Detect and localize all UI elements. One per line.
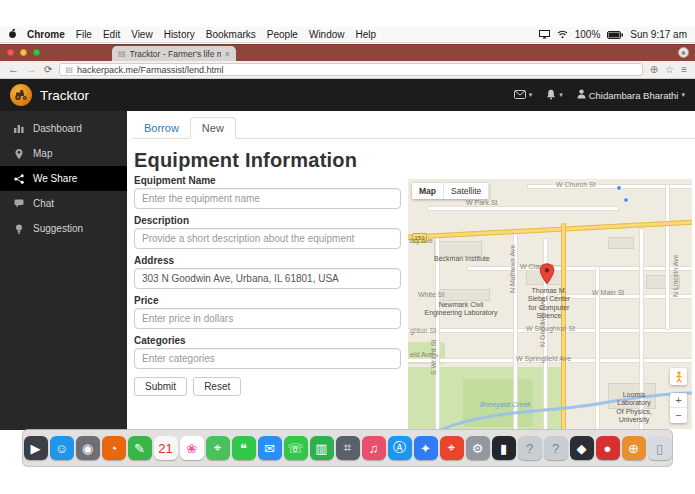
reset-button[interactable]: Reset bbox=[193, 377, 241, 396]
notifications-dropdown[interactable]: ▾ bbox=[546, 89, 563, 102]
brand-title[interactable]: Tracktor bbox=[40, 88, 89, 103]
menu-item[interactable]: Window bbox=[309, 29, 345, 40]
address-bar[interactable]: ▤ hackerpack.me/Farmassist/lend.html bbox=[59, 63, 642, 76]
back-button[interactable]: ← bbox=[8, 64, 19, 75]
menu-item[interactable]: File bbox=[76, 29, 92, 40]
itunes-icon[interactable]: ♫ bbox=[362, 436, 386, 460]
sidebar-item-chat[interactable]: Chat bbox=[0, 191, 127, 216]
zoom-out-button[interactable]: − bbox=[670, 408, 687, 423]
location-marker-icon[interactable] bbox=[539, 263, 555, 289]
poi-marker-icon[interactable] bbox=[616, 185, 622, 191]
missing-app-icon[interactable]: ? bbox=[544, 436, 568, 460]
form-group-categories: Categories bbox=[134, 335, 401, 369]
bookmark-star-icon[interactable]: ☆ bbox=[665, 64, 674, 75]
quicktime-icon[interactable]: ▶ bbox=[24, 436, 48, 460]
chrome-menu-icon[interactable]: ≡ bbox=[681, 64, 687, 75]
apple-icon[interactable] bbox=[8, 28, 17, 41]
facetime-icon[interactable]: ☏ bbox=[284, 436, 308, 460]
trash-icon[interactable]: ▯ bbox=[648, 436, 672, 460]
desktop: ChromeFileEditViewHistoryBookmarksPeople… bbox=[0, 0, 695, 494]
map-view-button[interactable]: Map bbox=[412, 183, 444, 199]
map-label: sity Ave bbox=[409, 237, 433, 245]
photos-icon[interactable]: ❀ bbox=[180, 436, 204, 460]
bell-icon bbox=[546, 89, 556, 102]
photo-booth-icon[interactable]: ◉ bbox=[76, 436, 100, 460]
battery-icon[interactable] bbox=[607, 31, 623, 39]
profile-avatar-icon[interactable]: ☻ bbox=[678, 47, 689, 58]
android-studio-icon[interactable]: ◆ bbox=[570, 436, 594, 460]
poi-marker-icon[interactable] bbox=[623, 197, 629, 203]
menu-item[interactable]: Bookmarks bbox=[206, 29, 256, 40]
google-map[interactable]: 150 W Church StW Park Stsity AveBeckman … bbox=[408, 179, 692, 429]
price-input[interactable] bbox=[134, 308, 401, 329]
field-label: Price bbox=[134, 295, 401, 306]
clock[interactable]: Sun 9:17 am bbox=[630, 29, 687, 40]
sidebar-item-we-share[interactable]: We Share bbox=[0, 166, 127, 191]
sidebar-item-label: Suggestion bbox=[33, 223, 83, 234]
sidebar-item-dashboard[interactable]: Dashboard bbox=[0, 116, 127, 141]
reload-button[interactable]: ⟳ bbox=[44, 64, 52, 75]
menu-item[interactable]: People bbox=[267, 29, 298, 40]
settings-icon[interactable]: ⚙ bbox=[466, 436, 490, 460]
satellite-view-button[interactable]: Satellite bbox=[444, 183, 489, 199]
messages-icon[interactable]: ❝ bbox=[232, 436, 256, 460]
zoom-window-button[interactable] bbox=[33, 49, 40, 56]
translate-icon[interactable]: ⊕ bbox=[650, 64, 658, 75]
menu-item[interactable]: Edit bbox=[103, 29, 120, 40]
close-window-button[interactable] bbox=[7, 49, 14, 56]
tab-close-icon[interactable]: × bbox=[225, 49, 230, 59]
app-store-icon[interactable]: Ⓐ bbox=[388, 436, 412, 460]
form-group-price: Price bbox=[134, 295, 401, 329]
safari-icon[interactable]: ✦ bbox=[414, 436, 438, 460]
bar-chart-icon bbox=[13, 124, 24, 133]
finder-icon[interactable]: ☺ bbox=[50, 436, 74, 460]
messages-dropdown[interactable]: ▾ bbox=[514, 90, 533, 101]
itunes-red-icon[interactable]: ● bbox=[596, 436, 620, 460]
numbers-icon[interactable]: ▥ bbox=[310, 436, 334, 460]
sidebar-item-map[interactable]: Map bbox=[0, 141, 127, 166]
battery-percent: 100% bbox=[575, 29, 601, 40]
airplay-icon[interactable] bbox=[539, 30, 550, 39]
categories-input[interactable] bbox=[134, 348, 401, 369]
calendar-icon[interactable]: 21 bbox=[154, 436, 178, 460]
content-tabs: Borrow New bbox=[133, 117, 695, 139]
map-label: N Mathews Ave bbox=[509, 244, 517, 293]
tab-borrow[interactable]: Borrow bbox=[133, 118, 190, 138]
utility-icon[interactable]: ⊕ bbox=[622, 436, 646, 460]
pin-app-icon[interactable]: ⌖ bbox=[440, 436, 464, 460]
menu-item[interactable]: View bbox=[131, 29, 153, 40]
mail-icon[interactable]: ✉ bbox=[258, 436, 282, 460]
user-dropdown[interactable]: Chidambara Bharathi ▾ bbox=[577, 89, 685, 101]
map-label: S Wright St bbox=[430, 340, 438, 375]
menu-item[interactable]: Help bbox=[356, 29, 377, 40]
firefox-icon[interactable]: ◔ bbox=[102, 436, 126, 460]
terminal-icon[interactable]: ▮ bbox=[492, 436, 516, 460]
tab-new[interactable]: New bbox=[190, 117, 236, 139]
map-type-control: Map Satellite bbox=[412, 183, 489, 199]
submit-button[interactable]: Submit bbox=[134, 377, 187, 396]
address-input[interactable] bbox=[134, 268, 401, 289]
github-icon[interactable]: ⌗ bbox=[336, 436, 360, 460]
sidebar-item-suggestion[interactable]: Suggestion bbox=[0, 216, 127, 241]
caret-down-icon: ▾ bbox=[681, 91, 685, 99]
equipment-name-input[interactable] bbox=[134, 188, 401, 209]
menu-item[interactable]: History bbox=[164, 29, 195, 40]
forward-button[interactable]: → bbox=[26, 64, 37, 75]
zoom-in-button[interactable]: + bbox=[670, 393, 687, 408]
wifi-icon[interactable] bbox=[557, 30, 568, 39]
description-input[interactable] bbox=[134, 228, 401, 249]
evernote-icon[interactable]: ✎ bbox=[128, 436, 152, 460]
sidebar-item-label: We Share bbox=[33, 173, 77, 184]
field-label: Categories bbox=[134, 335, 401, 346]
main-content: Borrow New Equipment Information Equipme… bbox=[127, 111, 695, 430]
chrome-tabstrip: ▤ Tracktor - Farmer's life ma... × ☻ bbox=[0, 44, 695, 61]
maps-icon[interactable]: ⌖ bbox=[206, 436, 230, 460]
minimize-window-button[interactable] bbox=[20, 49, 27, 56]
menu-item[interactable]: Chrome bbox=[27, 29, 65, 40]
pegman-icon[interactable] bbox=[670, 368, 687, 385]
missing-app-icon[interactable]: ? bbox=[518, 436, 542, 460]
tracktor-logo-icon[interactable] bbox=[10, 84, 32, 106]
field-label: Description bbox=[134, 215, 401, 226]
tab-favicon-icon: ▤ bbox=[118, 49, 126, 58]
browser-tab[interactable]: ▤ Tracktor - Farmer's life ma... × bbox=[112, 46, 236, 61]
